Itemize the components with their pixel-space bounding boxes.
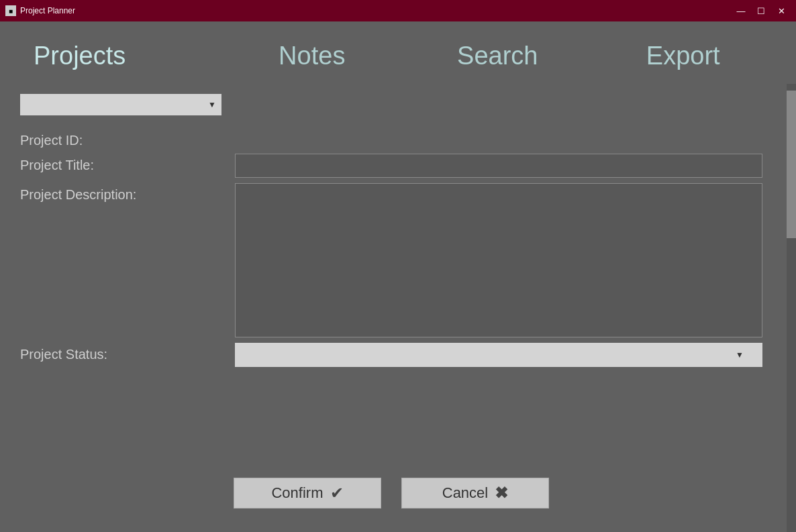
main-content: Projects Notes Search Export ▼ Project I… xyxy=(0,21,796,532)
cancel-x-icon: ✖ xyxy=(495,484,508,502)
confirm-button[interactable]: Confirm ✔ xyxy=(234,478,381,509)
form-area: ▼ Project ID: Project Title: Project Des… xyxy=(0,84,796,532)
project-id-label: Project ID: xyxy=(20,129,235,148)
tab-search[interactable]: Search xyxy=(405,35,591,77)
project-title-row: Project Title: xyxy=(20,154,776,178)
top-dropdown-row: ▼ xyxy=(20,94,776,115)
tab-export[interactable]: Export xyxy=(591,35,777,77)
title-bar: ■ Project Planner — ☐ ✕ xyxy=(0,0,796,21)
scrollbar-thumb[interactable] xyxy=(787,91,796,238)
tab-notes[interactable]: Notes xyxy=(219,35,405,77)
project-selector[interactable] xyxy=(20,94,221,115)
app-icon: ■ xyxy=(5,5,16,16)
cancel-label: Cancel xyxy=(442,484,488,502)
project-status-row: Project Status: Active Inactive Complete… xyxy=(20,343,776,367)
close-button[interactable]: ✕ xyxy=(772,4,791,17)
project-description-input[interactable] xyxy=(235,183,762,337)
project-id-row: Project ID: xyxy=(20,129,776,148)
project-selector-wrapper: ▼ xyxy=(20,94,221,115)
maximize-button[interactable]: ☐ xyxy=(752,4,770,17)
form-fields: Project ID: Project Title: Project Descr… xyxy=(20,129,776,464)
minimize-button[interactable]: — xyxy=(732,4,750,17)
confirm-label: Confirm xyxy=(271,484,323,502)
project-status-select[interactable]: Active Inactive Completed xyxy=(235,343,762,367)
project-title-label: Project Title: xyxy=(20,154,235,173)
project-status-label: Project Status: xyxy=(20,343,235,362)
tab-projects[interactable]: Projects xyxy=(20,35,219,77)
project-description-label: Project Description: xyxy=(20,183,235,203)
project-status-wrapper: Active Inactive Completed ▼ xyxy=(235,343,762,367)
nav-tabs: Projects Notes Search Export xyxy=(0,21,796,84)
title-bar-left: ■ Project Planner xyxy=(5,5,75,16)
project-description-row: Project Description: xyxy=(20,183,776,337)
project-title-input[interactable] xyxy=(235,154,762,178)
cancel-button[interactable]: Cancel ✖ xyxy=(401,478,549,509)
confirm-check-icon: ✔ xyxy=(330,484,344,502)
buttons-row: Confirm ✔ Cancel ✖ xyxy=(20,464,762,519)
scrollbar[interactable] xyxy=(787,84,796,532)
title-bar-title: Project Planner xyxy=(20,6,75,15)
title-bar-controls: — ☐ ✕ xyxy=(732,4,791,17)
